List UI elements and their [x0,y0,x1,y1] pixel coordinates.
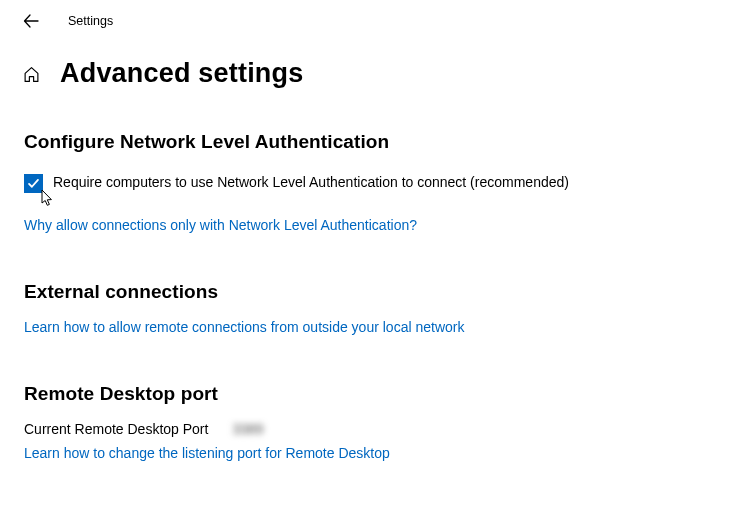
port-help-link[interactable]: Learn how to change the listening port f… [24,445,390,461]
port-label: Current Remote Desktop Port [24,421,208,437]
port-value: 3389 [232,421,263,437]
external-help-link[interactable]: Learn how to allow remote connections fr… [24,319,464,335]
section-nla: Configure Network Level Authentication R… [24,131,730,233]
home-icon [23,66,40,83]
cursor-icon [41,190,55,208]
nla-help-link[interactable]: Why allow connections only with Network … [24,217,417,233]
section-external: External connections Learn how to allow … [24,281,730,335]
app-title: Settings [68,14,113,28]
arrow-left-icon [23,13,39,29]
section-heading-port: Remote Desktop port [24,383,730,405]
page-title: Advanced settings [60,58,303,89]
section-port: Remote Desktop port Current Remote Deskt… [24,383,730,461]
nla-checkbox-label: Require computers to use Network Level A… [53,173,569,192]
home-button[interactable] [22,66,40,84]
nla-checkbox[interactable] [24,174,43,193]
check-icon [27,177,40,190]
back-button[interactable] [22,12,40,30]
section-heading-external: External connections [24,281,730,303]
section-heading-nla: Configure Network Level Authentication [24,131,730,153]
